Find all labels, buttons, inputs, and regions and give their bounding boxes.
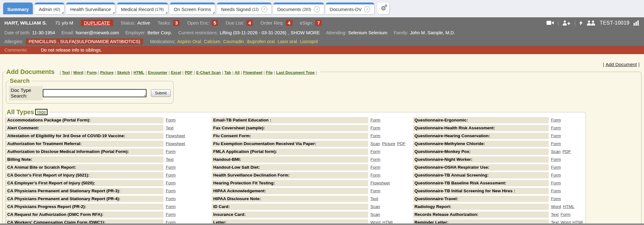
medication-link[interactable]: ibuprofen oral	[247, 39, 275, 44]
counter-badge[interactable]: 3	[173, 20, 180, 26]
doc-link-word[interactable]: Word	[551, 204, 561, 209]
doc-link-pdf[interactable]: PDF	[563, 149, 571, 154]
doc-link-form[interactable]: Form	[551, 196, 561, 201]
doc-link-form[interactable]: Form	[370, 126, 380, 130]
doc-link-scan[interactable]: Scan	[551, 149, 561, 154]
video-camera-icon[interactable]	[547, 20, 554, 25]
counter-badge[interactable]: 5	[212, 20, 218, 26]
submit-button[interactable]: Submit	[151, 89, 171, 97]
add-doc-link-all[interactable]: All	[235, 70, 240, 75]
pipe: |	[316, 70, 317, 75]
counter-badge[interactable]: 4	[286, 20, 292, 26]
doc-link-text[interactable]: Text	[166, 157, 174, 162]
medication-link[interactable]: Aspirin Oral	[177, 39, 201, 44]
add-doc-link-text[interactable]: Text	[62, 70, 70, 75]
doc-link-form[interactable]: Form	[551, 173, 561, 177]
add-doc-link-sketch[interactable]: Sketch	[117, 70, 130, 75]
medication-link[interactable]: Lisinopril	[300, 39, 318, 44]
add-doc-link-last-document-type[interactable]: Last Document Type	[276, 70, 314, 75]
doc-link-form[interactable]: Form	[166, 118, 176, 122]
add-doc-link-word[interactable]: Word	[73, 70, 83, 75]
chart-icon[interactable]	[633, 20, 640, 25]
doc-link-pdf[interactable]: PDF	[397, 141, 406, 146]
doc-link-form[interactable]: Form	[551, 141, 561, 146]
add-doc-link-excel[interactable]: Excel	[171, 70, 181, 75]
add-doc-link-tab[interactable]: Tab	[224, 70, 231, 75]
popout-icon[interactable]: ↗	[314, 6, 320, 12]
tab-documents[interactable]: Documents(283)↗	[273, 3, 324, 14]
doc-link-picture[interactable]: Picture	[382, 141, 395, 146]
doc-link-form[interactable]: Form	[370, 149, 380, 154]
add-doc-link-picture[interactable]: Picture	[100, 70, 114, 75]
doc-link-form[interactable]: Form	[166, 173, 176, 177]
doc-link-form[interactable]: Form	[166, 188, 176, 193]
doc-link-form[interactable]: Form	[370, 173, 380, 177]
doc-type-links: TextForm	[549, 211, 586, 218]
people-icon[interactable]	[586, 20, 596, 25]
doc-link-form[interactable]: Form	[551, 181, 561, 185]
doc-link-form[interactable]: Form	[166, 196, 176, 201]
doc-link-form[interactable]: Form	[370, 118, 380, 122]
add-doc-link-flowsheet[interactable]: Flowsheet	[243, 70, 262, 75]
doc-link-flowsheet[interactable]: Flowsheet	[166, 133, 185, 138]
add-doc-link-form[interactable]: Form	[87, 70, 97, 75]
doc-link-form[interactable]: Form	[166, 204, 176, 209]
doc-type-search-input[interactable]	[43, 89, 147, 97]
doc-link-form[interactable]: Form	[551, 126, 561, 130]
add-doc-link-html[interactable]: HTML	[133, 70, 144, 75]
doc-link-form[interactable]: Form	[370, 165, 380, 170]
hide-button[interactable]: Hide	[35, 109, 47, 115]
doc-link-scan[interactable]: Scan	[370, 212, 380, 217]
doc-link-html[interactable]: HTML	[563, 204, 575, 209]
pipe: |	[169, 70, 169, 75]
doc-link-form[interactable]: Form	[166, 149, 176, 154]
tab-on-screen-forms[interactable]: On Screen Forms	[170, 3, 215, 14]
popout-icon[interactable]: ↗	[364, 6, 370, 12]
counter-badge[interactable]: 7	[315, 20, 322, 26]
allergies-badge[interactable]: PENICILLINS , SULFA(SULFONAMIDE ANTIBIOT…	[26, 38, 143, 45]
doc-link-flowsheet[interactable]: Flowsheet	[166, 141, 185, 146]
doc-link-form[interactable]: Form	[166, 165, 176, 170]
medication-link[interactable]: Coumadin	[223, 39, 244, 44]
doc-link-form[interactable]: Form	[166, 212, 176, 217]
doc-link-form[interactable]: Form	[551, 165, 561, 170]
add-doc-link-file[interactable]: File	[266, 70, 273, 75]
tab-needs-signed[interactable]: Needs Signed(12)↗	[217, 3, 271, 14]
tab-documents-dv[interactable]: Documents-DV↗	[326, 3, 375, 14]
doc-type-name: HIPAA Disclosure Note:	[212, 196, 368, 202]
doc-link-form[interactable]: Form	[551, 157, 561, 162]
medication-link[interactable]: Calcium	[204, 39, 220, 44]
doc-link-form[interactable]: Form	[370, 188, 380, 193]
doc-link-scan[interactable]: Scan	[370, 141, 380, 146]
counter-label: Order Req:	[260, 20, 284, 25]
tab-medical-record[interactable]: Medical Record(176)	[117, 3, 168, 14]
medication-link[interactable]: Lasix oral	[277, 39, 297, 44]
doc-link-form[interactable]: Form	[561, 212, 571, 217]
counter-badge[interactable]: 4	[247, 20, 253, 26]
doc-link-flowsheet[interactable]: Flowsheet	[370, 181, 390, 185]
doc-link-text[interactable]: Text	[166, 126, 174, 130]
add-doc-link-encounter[interactable]: Encounter	[148, 70, 167, 75]
doc-link-scan[interactable]: Scan	[370, 204, 380, 209]
doc-link-form[interactable]: Form	[551, 133, 561, 138]
add-doc-link-pdf[interactable]: PDF	[185, 70, 192, 75]
popout-icon[interactable]: ↗	[261, 6, 267, 12]
tab-admin[interactable]: Admin(42)	[35, 3, 64, 14]
tab-health-surveillance[interactable]: Health Surveillance	[66, 3, 115, 14]
doc-link-form[interactable]: Form	[370, 157, 380, 162]
duplicate-badge[interactable]: DUPLICATE	[81, 20, 113, 26]
doc-link-form[interactable]: Form	[551, 118, 561, 122]
person-add-icon[interactable]	[563, 20, 570, 25]
settings-button[interactable]: ⚙ ⚙	[377, 3, 389, 14]
add-document-link[interactable]: Add Document	[606, 62, 637, 67]
doc-link-form[interactable]: Form	[166, 181, 176, 185]
doc-link-text[interactable]: Text	[370, 196, 378, 201]
doc-link-text[interactable]: Text	[551, 212, 559, 217]
show-more-link[interactable]: SHOW MORE	[291, 30, 320, 35]
lightning-icon[interactable]	[579, 20, 583, 25]
add-doc-link-e-chart-scan[interactable]: E-Chart Scan	[196, 70, 221, 75]
doc-link-form[interactable]: Form	[370, 133, 380, 138]
tab-summary[interactable]: Summary	[3, 3, 33, 14]
doc-type-name: Questionnaire-Hearing Conservation:	[413, 133, 549, 139]
doc-link-form[interactable]: Form	[551, 188, 561, 193]
